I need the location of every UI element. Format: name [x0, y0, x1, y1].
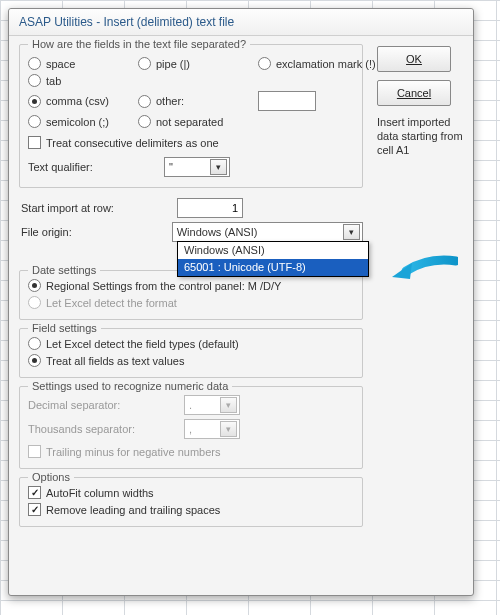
check-trim[interactable]: Remove leading and trailing spaces — [28, 503, 354, 516]
radio-excel-date: Let Excel detect the format — [28, 296, 354, 309]
radio-dot-icon — [28, 95, 41, 108]
checkbox-icon — [28, 136, 41, 149]
radio-tab[interactable]: tab — [28, 74, 138, 87]
checkbox-icon — [28, 486, 41, 499]
thousands-combo: , ▾ — [184, 419, 240, 439]
checkbox-icon — [28, 445, 41, 458]
left-column: How are the fields in the text file sepa… — [19, 44, 363, 527]
start-row-label: Start import at row: — [21, 202, 171, 214]
group-options: Options AutoFit column widths Remove lea… — [19, 477, 363, 527]
file-origin-dropdown[interactable]: Windows (ANSI) 65001 : Unicode (UTF-8) — [177, 241, 369, 277]
radio-comma[interactable]: comma (csv) — [28, 91, 138, 111]
group-separators: How are the fields in the text file sepa… — [19, 44, 363, 188]
checkbox-icon — [28, 503, 41, 516]
group-field: Field settings Let Excel detect the fiel… — [19, 328, 363, 378]
group-field-legend: Field settings — [28, 322, 101, 334]
radio-dot-icon — [28, 115, 41, 128]
group-numeric: Settings used to recognize numeric data … — [19, 386, 363, 469]
group-separators-legend: How are the fields in the text file sepa… — [28, 38, 250, 50]
client-area: OK Cancel Insert imported data starting … — [9, 36, 473, 595]
radio-pipe[interactable]: pipe (|) — [138, 57, 258, 70]
file-origin-option[interactable]: Windows (ANSI) — [178, 242, 368, 259]
chevron-down-icon: ▾ — [220, 421, 237, 437]
radio-exclaim[interactable]: exclamation mark (!) — [258, 57, 398, 70]
check-autofit[interactable]: AutoFit column widths — [28, 486, 354, 499]
decimal-label: Decimal separator: — [28, 399, 178, 411]
radio-other[interactable]: other: — [138, 91, 258, 111]
radio-semicolon[interactable]: semicolon (;) — [28, 115, 138, 128]
chevron-down-icon: ▾ — [220, 397, 237, 413]
title-bar[interactable]: ASAP Utilities - Insert (delimited) text… — [9, 9, 473, 36]
check-trailing-minus: Trailing minus for negative numbers — [28, 445, 354, 458]
decimal-combo: . ▾ — [184, 395, 240, 415]
chevron-down-icon: ▾ — [210, 159, 227, 175]
radio-dot-icon — [28, 74, 41, 87]
radio-text-field[interactable]: Treat all fields as text values — [28, 354, 354, 367]
group-date: Date settings Regional Settings from the… — [19, 270, 363, 320]
radio-dot-icon — [28, 354, 41, 367]
group-numeric-legend: Settings used to recognize numeric data — [28, 380, 232, 392]
text-qualifier-combo[interactable]: " ▾ — [164, 157, 230, 177]
check-consecutive[interactable]: Treat consecutive delimiters as one — [28, 136, 354, 149]
radio-regional[interactable]: Regional Settings from the control panel… — [28, 279, 354, 292]
file-origin-combo[interactable]: Windows (ANSI) ▾ — [172, 222, 363, 242]
group-options-legend: Options — [28, 471, 74, 483]
radio-space[interactable]: space — [28, 57, 138, 70]
group-date-legend: Date settings — [28, 264, 100, 276]
chevron-down-icon: ▾ — [343, 224, 360, 240]
radio-dot-icon — [28, 337, 41, 350]
radio-dot-icon — [138, 57, 151, 70]
radio-dot-icon — [138, 115, 151, 128]
radio-dot-icon — [28, 57, 41, 70]
text-qualifier-label: Text qualifier: — [28, 161, 158, 173]
start-row-input[interactable] — [177, 198, 243, 218]
radio-dot-icon — [138, 95, 151, 108]
radio-dot-icon — [28, 279, 41, 292]
radio-dot-icon — [258, 57, 271, 70]
radio-dot-icon — [28, 296, 41, 309]
window-title: ASAP Utilities - Insert (delimited) text… — [19, 15, 234, 29]
file-origin-label: File origin: — [21, 226, 166, 238]
dialog-window: ASAP Utilities - Insert (delimited) text… — [8, 8, 474, 596]
other-delimiter-input[interactable] — [258, 91, 316, 111]
thousands-label: Thousands separator: — [28, 423, 178, 435]
file-origin-option[interactable]: 65001 : Unicode (UTF-8) — [178, 259, 368, 276]
radio-detect-field[interactable]: Let Excel detect the field types (defaul… — [28, 337, 354, 350]
radio-notseparated[interactable]: not separated — [138, 115, 258, 128]
